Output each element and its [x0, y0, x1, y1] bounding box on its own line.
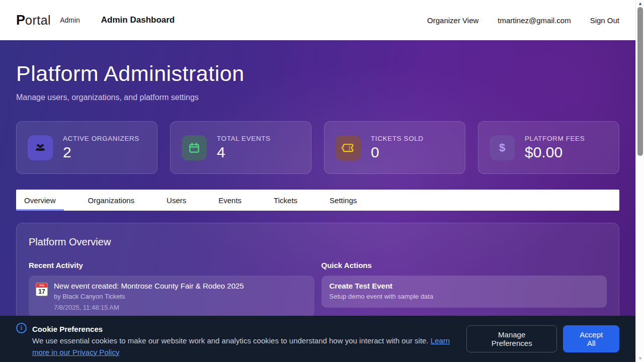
stat-value: 2 — [63, 144, 139, 161]
activity-timestamp: 7/8/2025, 11:48:15 AM — [54, 304, 244, 311]
stat-text: ACTIVE ORGANIZERS 2 — [63, 135, 139, 161]
cookie-buttons: Manage Preferences Accept All — [466, 325, 619, 352]
cookie-banner: i Cookie Preferences We use essential co… — [0, 316, 635, 362]
vertical-scrollbar[interactable]: ▲ ▼ — [635, 0, 644, 362]
stat-card-platform-fees: $ PLATFORM FEES $0.00 — [478, 121, 619, 174]
recent-activity-title: Recent Activity — [29, 261, 314, 269]
stat-card-tickets-sold: TICKETS SOLD 0 — [324, 121, 465, 174]
stat-text: TOTAL EVENTS 4 — [217, 135, 271, 161]
create-test-event-button[interactable]: Create Test Event Setup demo event with … — [321, 276, 607, 308]
top-header: P ortal Admin Admin Dashboard Organizer … — [0, 0, 635, 40]
stat-label: ACTIVE ORGANIZERS — [63, 135, 139, 142]
cookie-body: We use essential cookies to make our web… — [32, 335, 466, 358]
stat-value: 0 — [371, 144, 424, 161]
calendar-emoji-icon: July 17 — [36, 283, 48, 296]
stat-card-active-organizers: ACTIVE ORGANIZERS 2 — [16, 121, 157, 174]
quick-action-subtitle: Setup demo event with sample data — [330, 293, 599, 300]
ticket-icon — [336, 135, 361, 160]
stats-row: ACTIVE ORGANIZERS 2 TOTAL EVENTS 4 — [16, 121, 619, 174]
admin-label: Admin — [60, 16, 80, 24]
main-content: Platform Administration Manage users, or… — [0, 40, 635, 362]
stat-label: TICKETS SOLD — [371, 135, 424, 142]
logo-bold-letter: P — [16, 13, 25, 28]
calendar-icon — [182, 135, 207, 160]
scrollbar-down-arrow-icon[interactable]: ▼ — [636, 356, 644, 361]
page-title: Admin Dashboard — [101, 15, 175, 25]
stat-text: TICKETS SOLD 0 — [371, 135, 424, 161]
activity-item: July 17 New event created: Montrose Coun… — [29, 276, 314, 317]
manage-preferences-button[interactable]: Manage Preferences — [466, 325, 557, 352]
scrollbar-thumb[interactable] — [637, 7, 643, 156]
activity-title: New event created: Montrose County Fair … — [54, 282, 244, 290]
info-icon: i — [16, 323, 27, 333]
tab-overview[interactable]: Overview — [16, 190, 64, 211]
calendar-month: July — [36, 283, 47, 288]
organizer-view-link[interactable]: Organizer View — [427, 16, 478, 25]
stat-label: PLATFORM FEES — [525, 135, 585, 142]
portal-logo[interactable]: P ortal — [16, 13, 51, 28]
dollar-glyph: $ — [499, 141, 505, 154]
recent-activity-section: Recent Activity July 17 New event create… — [29, 261, 314, 317]
admin-dashboard-page: P ortal Admin Admin Dashboard Organizer … — [0, 0, 644, 362]
accept-all-button[interactable]: Accept All — [563, 325, 619, 352]
quick-action-title: Create Test Event — [330, 282, 599, 290]
admin-tabs: Overview Organizations Users Events Tick… — [16, 190, 619, 211]
dollar-icon: $ — [490, 135, 515, 160]
stat-value: $0.00 — [525, 144, 585, 161]
logo-rest: ortal — [25, 13, 51, 28]
stat-value: 4 — [217, 144, 271, 161]
stat-label: TOTAL EVENTS — [217, 135, 271, 142]
calendar-day: 17 — [36, 288, 47, 296]
activity-organizer: by Black Canyon Tickets — [54, 293, 244, 300]
tab-events[interactable]: Events — [210, 190, 250, 211]
cookie-text: Cookie Preferences We use essential cook… — [32, 320, 466, 358]
stat-text: PLATFORM FEES $0.00 — [525, 135, 585, 161]
cookie-body-text: We use essential cookies to make our web… — [32, 336, 429, 345]
cookie-title: Cookie Preferences — [32, 325, 466, 333]
header-nav: Organizer View tmartinez@gmail.com Sign … — [427, 16, 619, 25]
tab-settings[interactable]: Settings — [321, 190, 365, 211]
panel-title: Platform Overview — [29, 236, 607, 248]
scrollbar-up-arrow-icon[interactable]: ▲ — [636, 1, 644, 6]
quick-actions-section: Quick Actions Create Test Event Setup de… — [321, 261, 607, 317]
tab-users[interactable]: Users — [158, 190, 194, 211]
sign-out-link[interactable]: Sign Out — [590, 16, 619, 25]
activity-text: New event created: Montrose County Fair … — [54, 282, 244, 311]
user-email-link[interactable]: tmartinez@gmail.com — [498, 16, 571, 25]
hero-title: Platform Administration — [16, 61, 619, 86]
tab-tickets[interactable]: Tickets — [266, 190, 305, 211]
quick-actions-title: Quick Actions — [321, 261, 607, 269]
hero-subtitle: Manage users, organizations, and platfor… — [16, 93, 619, 102]
tab-organizations[interactable]: Organizations — [80, 190, 143, 211]
users-icon — [28, 135, 53, 160]
stat-card-total-events: TOTAL EVENTS 4 — [170, 121, 311, 174]
